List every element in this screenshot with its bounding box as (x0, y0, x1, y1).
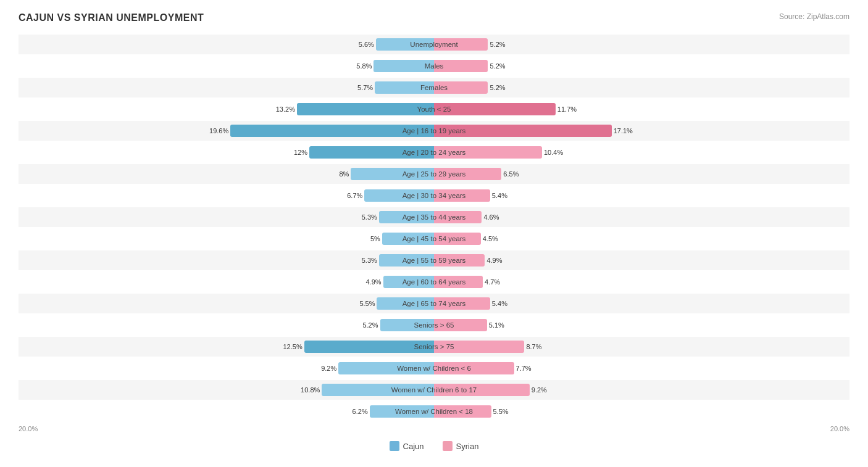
right-side: 9.2% (434, 380, 849, 400)
blue-bar: 5.7% (375, 81, 434, 94)
left-side: 5.7% (19, 78, 434, 97)
pink-bar: 4.6% (434, 211, 482, 223)
blue-bar: 5.3% (379, 211, 434, 223)
legend-syrian: Syrian (443, 441, 479, 451)
cajun-value: 5.7% (357, 84, 373, 91)
bar-row: 6.7%5.4%Age | 30 to 34 years (19, 186, 849, 205)
syrian-value: 11.7% (557, 105, 577, 113)
blue-bar: 5.3% (379, 254, 434, 267)
blue-bar: 5.8% (373, 60, 434, 72)
right-side: 8.7% (434, 337, 849, 357)
right-side: 17.1% (434, 121, 849, 141)
cajun-value: 5.8% (356, 62, 372, 70)
bar-row: 5.6%5.2%Unemployment (19, 35, 849, 54)
syrian-color-box (443, 441, 453, 451)
cajun-value: 19.6% (209, 127, 228, 134)
pink-bar: 5.5% (434, 405, 491, 418)
chart-legend: Cajun Syrian (19, 441, 849, 451)
bar-row: 13.2%11.7%Youth < 25 (19, 99, 849, 119)
pink-bar: 5.2% (434, 81, 488, 94)
cajun-color-box (390, 441, 399, 451)
pink-bar: 8.7% (434, 341, 524, 353)
syrian-value: 8.7% (526, 343, 541, 350)
syrian-value: 17.1% (614, 127, 633, 134)
blue-bar: 4.9% (383, 276, 434, 288)
syrian-value: 9.2% (532, 386, 547, 394)
syrian-value: 5.1% (489, 321, 504, 329)
left-side: 5.8% (19, 56, 434, 76)
cajun-value: 6.7% (347, 192, 362, 199)
left-side: 10.8% (19, 380, 434, 400)
left-side: 12% (19, 143, 434, 162)
blue-bar: 12% (309, 146, 434, 159)
blue-bar: 19.6% (230, 125, 434, 137)
blue-bar: 5.6% (376, 38, 434, 51)
chart-body: 5.6%5.2%Unemployment5.8%5.2%Males5.7%5.2… (19, 35, 849, 421)
left-side: 9.2% (19, 358, 434, 378)
bar-row: 12.5%8.7%Seniors > 75 (19, 337, 849, 357)
right-side: 4.6% (434, 207, 849, 227)
bar-row: 10.8%9.2%Women w/ Children 6 to 17 (19, 380, 849, 400)
left-side: 6.2% (19, 402, 434, 421)
left-side: 5.2% (19, 315, 434, 335)
right-side: 5.4% (434, 186, 849, 205)
bar-row: 5.8%5.2%Males (19, 56, 849, 76)
axis-left: 20.0% (19, 425, 434, 432)
right-side: 4.7% (434, 272, 849, 292)
syrian-value: 10.4% (544, 149, 563, 156)
blue-bar: 5.2% (380, 319, 434, 331)
bar-row: 4.9%4.7%Age | 60 to 64 years (19, 272, 849, 292)
blue-bar: 10.8% (322, 384, 434, 396)
syrian-value: 5.2% (490, 62, 505, 70)
right-side: 5.2% (434, 56, 849, 76)
bar-row: 19.6%17.1%Age | 16 to 19 years (19, 121, 849, 141)
blue-bar: 8% (351, 168, 434, 180)
right-side: 10.4% (434, 143, 849, 162)
syrian-value: 4.6% (483, 213, 499, 221)
pink-bar: 5.4% (434, 189, 490, 202)
right-side: 4.9% (434, 250, 849, 270)
left-side: 12.5% (19, 337, 434, 357)
cajun-value: 5.5% (359, 300, 375, 307)
pink-bar: 9.2% (434, 384, 530, 396)
chart-container: CAJUN VS SYRIAN UNEMPLOYMENT Source: Zip… (0, 0, 868, 467)
cajun-value: 4.9% (365, 278, 381, 286)
legend-cajun: Cajun (390, 441, 424, 451)
bar-row: 5.2%5.1%Seniors > 65 (19, 315, 849, 335)
left-side: 5.3% (19, 250, 434, 270)
syrian-value: 5.2% (490, 41, 505, 48)
right-side: 5.2% (434, 78, 849, 97)
left-side: 5.6% (19, 35, 434, 54)
axis-right: 20.0% (434, 425, 849, 432)
syrian-value: 6.5% (503, 170, 519, 178)
left-side: 5.5% (19, 294, 434, 313)
left-side: 5.3% (19, 207, 434, 227)
bar-row: 8%6.5%Age | 25 to 29 years (19, 164, 849, 184)
cajun-value: 5.3% (362, 257, 377, 264)
pink-bar: 5.2% (434, 60, 488, 72)
cajun-value: 6.2% (353, 408, 368, 415)
pink-bar: 4.9% (434, 254, 485, 267)
chart-title: CAJUN VS SYRIAN UNEMPLOYMENT (19, 12, 204, 23)
cajun-value: 10.8% (301, 386, 320, 394)
right-side: 4.5% (434, 229, 849, 249)
cajun-value: 5.6% (359, 41, 374, 48)
axis-row: 20.0% 20.0% (19, 425, 849, 432)
right-side: 6.5% (434, 164, 849, 184)
syrian-value: 5.4% (492, 300, 507, 307)
syrian-value: 4.5% (483, 235, 498, 242)
bar-row: 5%4.5%Age | 45 to 54 years (19, 229, 849, 249)
chart-header: CAJUN VS SYRIAN UNEMPLOYMENT Source: Zip… (19, 12, 849, 23)
cajun-value: 12% (294, 149, 307, 156)
right-side: 11.7% (434, 99, 849, 119)
right-side: 7.7% (434, 358, 849, 378)
left-side: 19.6% (19, 121, 434, 141)
bar-row: 9.2%7.7%Women w/ Children < 6 (19, 358, 849, 378)
right-side: 5.4% (434, 294, 849, 313)
right-side: 5.2% (434, 35, 849, 54)
bar-row: 12%10.4%Age | 20 to 24 years (19, 143, 849, 162)
pink-bar: 7.7% (434, 362, 514, 374)
bar-row: 5.3%4.9%Age | 55 to 59 years (19, 250, 849, 270)
left-side: 4.9% (19, 272, 434, 292)
cajun-value: 5.3% (362, 213, 377, 221)
